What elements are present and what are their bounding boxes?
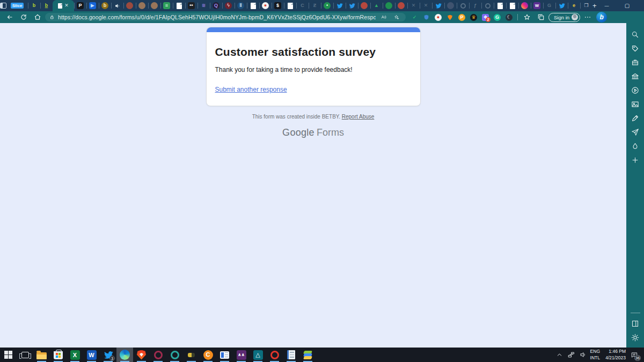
submit-another-response-link[interactable]: Submit another response [215,86,287,93]
ext-purple-grid-button[interactable]: ❖2 [480,12,491,23]
tab-twitter-3[interactable] [432,0,444,11]
ext-grammarly-button[interactable]: G [492,12,503,23]
microsoft-store[interactable] [50,348,67,362]
notepad-app[interactable] [283,348,299,362]
sidebar-panel-button[interactable] [628,316,642,330]
teal-ring-app[interactable] [166,348,183,362]
twitter-app[interactable]: 3 [100,348,116,362]
report-abuse-link[interactable]: Report Abuse [342,114,375,120]
tab-document-2[interactable] [247,0,259,11]
tab-green-dot[interactable]: • [321,0,333,11]
tab-slice[interactable]: Slice [6,0,28,11]
tab-c-sleeping[interactable]: C [296,0,309,11]
language-indicator[interactable]: ENG INTL [590,349,600,360]
collections-button[interactable] [535,12,547,23]
start-button[interactable] [0,348,17,362]
opera-dark-app[interactable] [150,348,166,362]
tab-green-circle[interactable] [383,0,395,11]
edge-browser[interactable] [116,348,133,362]
tab-restore[interactable]: ❐ [580,0,592,11]
tab-instagram[interactable] [518,0,531,11]
settings-menu-button[interactable] [581,12,594,23]
ext-coin-p-button[interactable]: P [456,12,467,23]
tab-google-form-active[interactable]: ✕ [53,0,74,11]
tab-document[interactable] [173,0,185,11]
yellow-app[interactable] [183,348,200,362]
ext-white-red-circle-button[interactable]: ● [433,12,444,23]
tab-blue-bars[interactable]: ‖ [235,0,247,11]
minimize-button[interactable]: — [597,0,617,11]
clock[interactable]: 1:46 PM 4/21/2023 [602,349,626,360]
tab-p-black[interactable]: P [74,0,86,11]
sidebar-send-button[interactable] [628,125,642,139]
brave-browser[interactable] [133,348,150,362]
sidebar-drop-button[interactable] [628,139,642,153]
tab-brown-circle-2[interactable] [148,0,160,11]
sidebar-video-button[interactable] [628,83,642,97]
tab-etoro[interactable]: e [568,0,580,11]
tab-twitter-2[interactable] [346,0,358,11]
sidebar-tools-button[interactable] [628,55,642,69]
tab-gray-circle-sleeping[interactable] [444,0,457,11]
word[interactable]: W [83,348,100,362]
tab-q-purple[interactable]: Q [210,0,222,11]
refresh-button[interactable] [17,12,30,23]
tab-x-sleeping[interactable]: ✕ [407,0,420,11]
tab-twitter-4[interactable] [555,0,568,11]
ext-metamask-fox-button[interactable] [444,12,456,23]
file-explorer[interactable] [33,348,50,362]
cryptotab[interactable]: C [200,348,216,362]
sidebar-shopping-button[interactable] [628,41,642,55]
tab-ring-sleeping[interactable] [457,0,469,11]
close-button[interactable]: ✕ [638,0,644,11]
tab-twitter-1[interactable] [333,0,346,11]
sidebar-compose-button[interactable] [628,111,642,125]
sidebar-games-button[interactable] [628,69,642,83]
tab-f-sleeping[interactable]: ƒ [469,0,481,11]
sidebar-search-button[interactable] [628,27,642,41]
ext-crescent-button[interactable]: ☾ [503,12,515,23]
window-app[interactable] [216,348,233,362]
task-view-button[interactable] [17,348,33,362]
tab-bet365[interactable]: b [28,0,40,11]
tab-z-sleeping[interactable]: Ƶ [309,0,321,11]
tab-purple-waves[interactable]: ≋ [197,0,210,11]
tab-actions-menu-button[interactable] [0,0,6,11]
tab-green-triangle[interactable]: ▲ [370,0,383,11]
bing-discover-button[interactable]: b [596,12,607,23]
tab-olive-b[interactable]: b [99,0,111,11]
tab-w-purple[interactable]: w [531,0,543,11]
tab-search-sleeping[interactable] [481,0,494,11]
network-button[interactable] [567,348,576,362]
add-favorite-button[interactable] [392,13,401,21]
tab-document-3[interactable] [284,0,296,11]
read-aloud-button[interactable] [379,13,389,21]
tab-dots-pill[interactable]: •• [185,0,197,11]
tab-document-5[interactable] [506,0,518,11]
tab-red-circle[interactable] [123,0,136,11]
maximize-button[interactable]: ▢ [617,0,638,11]
back-button[interactable] [3,12,16,23]
sign-in-button[interactable]: Sign in [548,13,580,22]
action-center-button[interactable]: 36 [628,348,641,362]
new-tab-button[interactable]: + [592,0,597,11]
tab-red-badge-2[interactable] [395,0,407,11]
tab-document-4[interactable] [494,0,506,11]
tab-close-icon[interactable]: ✕ [64,3,69,8]
excel[interactable]: X [67,348,83,362]
tray-chevron-button[interactable] [555,348,565,362]
purple-mountain-app[interactable]: ∧∧ [233,348,250,362]
ext-green-check-button[interactable]: ✓ [409,12,420,23]
affinity-app[interactable]: △ [250,348,266,362]
volume-button[interactable] [579,348,588,362]
ext-dark-gold-button[interactable]: ♛ [468,12,479,23]
tab-x-sleeping-2[interactable]: ✕ [420,0,432,11]
tab-blue-player[interactable]: ▶ [86,0,99,11]
tab-green-list[interactable]: ≡ [160,0,173,11]
bluestacks[interactable] [299,348,316,362]
ext-blue-shield-button[interactable] [421,12,432,23]
sidebar-image-creator-button[interactable] [628,97,642,111]
tab-speaker[interactable] [111,0,123,11]
tab-dollar[interactable]: $ [272,0,284,11]
sidebar-customize-button[interactable] [628,153,642,167]
